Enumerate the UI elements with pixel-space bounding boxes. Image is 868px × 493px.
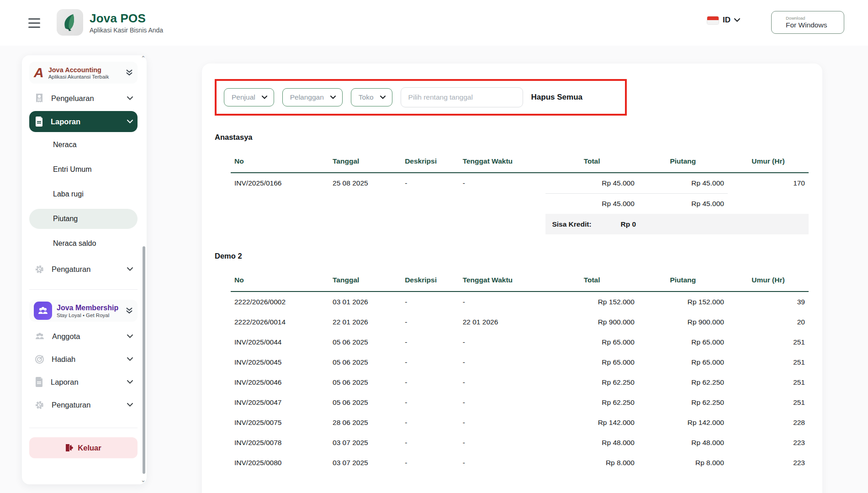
table-cell: 251 xyxy=(728,372,809,392)
table-cell: - xyxy=(401,173,459,194)
table-row: INV/2025/008003 07 2025--Rp 8.000Rp 8.00… xyxy=(231,453,809,473)
sidebar-subitem-laba-rugi[interactable]: Laba rugi xyxy=(29,184,138,204)
table-cell: 25 08 2025 xyxy=(329,173,401,194)
receivables-table-grid: NoTanggalDeskripsiTenggat WaktuTotalPiut… xyxy=(231,271,809,473)
exit-door-icon xyxy=(65,444,73,452)
customer-filter-dropdown[interactable]: Pelanggan xyxy=(282,88,343,106)
hamburger-menu-icon[interactable] xyxy=(28,16,44,30)
table-cell: - xyxy=(401,433,459,453)
table-cell: 22 01 2026 xyxy=(459,312,546,332)
column-header: Umur (Hr) xyxy=(728,271,809,292)
table-cell: Rp 45.000 xyxy=(638,173,728,194)
chevron-down-icon xyxy=(127,120,133,123)
sidebar-item-pengaturan-membership[interactable]: Pengaturan xyxy=(29,395,138,415)
sidebar-item-laporan[interactable]: Laporan xyxy=(29,111,138,132)
app-title: Jova POS xyxy=(90,11,163,26)
column-header: Deskripsi xyxy=(401,271,459,292)
sidebar-item-label: Hadiah xyxy=(52,355,120,364)
sidebar-item-laporan-membership[interactable]: Laporan xyxy=(29,372,138,392)
sidebar-divider xyxy=(29,289,138,290)
table-row: 2222/2026/000203 01 2026--Rp 152.000Rp 1… xyxy=(231,292,809,312)
sisa-kredit-row: Sisa Kredit:Rp 0 xyxy=(231,214,809,234)
double-chevron-down-icon xyxy=(126,69,133,76)
filter-annotation-box: Penjual Pelanggan Toko Hapus Semua xyxy=(215,79,627,116)
table-cell: - xyxy=(459,352,546,372)
table-cell: - xyxy=(401,352,459,372)
sisa-kredit-box: Sisa Kredit:Rp 0 xyxy=(545,214,809,234)
table-cell: 170 xyxy=(728,173,809,194)
table-cell: Rp 8.000 xyxy=(545,453,638,473)
membership-banner-title: Jova Membership xyxy=(57,304,121,312)
download-for-windows-button[interactable]: Download For Windows xyxy=(771,11,844,34)
table-cell: 39 xyxy=(728,292,809,312)
report-section: AnastasyaNoTanggalDeskripsiTenggat Waktu… xyxy=(215,133,810,234)
table-cell: Rp 65.000 xyxy=(545,352,638,372)
column-header: No xyxy=(231,271,329,292)
report-sections: AnastasyaNoTanggalDeskripsiTenggat Waktu… xyxy=(215,133,810,473)
table-cell: 251 xyxy=(728,352,809,372)
sidebar-scroll-up-icon[interactable]: ⌃ xyxy=(141,56,146,61)
store-filter-dropdown[interactable]: Toko xyxy=(351,88,392,106)
sidebar-subitem-neraca[interactable]: Neraca xyxy=(29,135,138,155)
table-cell: 228 xyxy=(728,413,809,433)
sidebar-item-pengeluaran[interactable]: Pengeluaran xyxy=(29,88,138,108)
table-cell: 05 06 2025 xyxy=(329,352,401,372)
table-cell: 28 06 2025 xyxy=(329,413,401,433)
main-content: Penjual Pelanggan Toko Hapus Semua Anast… xyxy=(202,64,822,493)
accounting-banner-subtitle: Aplikasi Akuntansi Terbaik xyxy=(48,74,121,80)
sidebar-item-label: Pengaturan xyxy=(52,265,120,274)
table-row: INV/2025/007528 06 2025--Rp 142.000Rp 14… xyxy=(231,413,809,433)
table-cell: - xyxy=(401,332,459,352)
language-selector[interactable]: ID xyxy=(707,16,740,25)
table-cell: - xyxy=(401,292,459,312)
table-cell: INV/2025/0078 xyxy=(231,433,329,453)
table-cell: Rp 65.000 xyxy=(545,332,638,352)
table-cell: - xyxy=(401,312,459,332)
app-tagline: Aplikasi Kasir Bisnis Anda xyxy=(90,27,163,34)
customer-filter-label: Pelanggan xyxy=(290,93,324,101)
chevron-down-icon xyxy=(127,380,133,384)
chevron-down-icon xyxy=(380,95,386,99)
logout-button[interactable]: Keluar xyxy=(29,437,138,458)
receipt-icon xyxy=(35,93,44,103)
table-cell: Rp 900.000 xyxy=(545,312,638,332)
report-section: Demo 2NoTanggalDeskripsiTenggat WaktuTot… xyxy=(215,252,810,473)
table-cell: INV/2025/0044 xyxy=(231,332,329,352)
table-cell: Rp 900.000 xyxy=(638,312,728,332)
table-cell xyxy=(728,194,809,214)
table-cell: Rp 8.000 xyxy=(638,453,728,473)
jova-membership-banner[interactable]: Jova Membership Stay Loyal • Get Royal xyxy=(29,300,138,322)
subtotal-row: Rp 45.000Rp 45.000 xyxy=(231,194,809,214)
sidebar-scroll-down-icon[interactable]: ⌄ xyxy=(141,478,146,482)
table-cell: - xyxy=(401,372,459,392)
indonesia-flag-icon xyxy=(707,16,719,25)
table-cell: Rp 48.000 xyxy=(638,433,728,453)
sidebar-scrollbar-thumb[interactable] xyxy=(143,246,145,474)
sidebar-subitem-entri-umum[interactable]: Entri Umum xyxy=(29,159,138,180)
table-cell: 251 xyxy=(728,392,809,413)
table-cell: 05 06 2025 xyxy=(329,392,401,413)
receivables-table-grid: NoTanggalDeskripsiTenggat WaktuTotalPiut… xyxy=(231,153,809,234)
column-header: Piutang xyxy=(638,271,728,292)
sidebar-subitem-piutang[interactable]: Piutang xyxy=(29,209,138,229)
table-cell: INV/2025/0166 xyxy=(231,173,329,194)
date-range-input[interactable] xyxy=(401,87,523,107)
table-cell: Rp 62.250 xyxy=(545,372,638,392)
chevron-down-icon xyxy=(127,267,133,271)
table-cell xyxy=(329,194,401,214)
jova-accounting-banner[interactable]: A Jova Accounting Aplikasi Akuntansi Ter… xyxy=(29,62,138,84)
sidebar-item-pengaturan-accounting[interactable]: Pengaturan xyxy=(29,259,138,279)
chevron-down-icon xyxy=(127,334,133,338)
sidebar-item-hadiah[interactable]: Hadiah xyxy=(29,349,138,369)
table-row: 2222/2026/001422 01 2026-22 01 2026Rp 90… xyxy=(231,312,809,332)
table-cell: - xyxy=(459,392,546,413)
sidebar-subitem-neraca-saldo[interactable]: Neraca saldo xyxy=(29,233,138,254)
table-row: INV/2025/004405 06 2025--Rp 65.000Rp 65.… xyxy=(231,332,809,352)
clear-all-filters-button[interactable]: Hapus Semua xyxy=(531,93,582,102)
chevron-down-icon xyxy=(734,18,740,22)
sidebar-item-anggota[interactable]: Anggota xyxy=(29,326,138,346)
table-cell: Rp 152.000 xyxy=(545,292,638,312)
table-cell: Rp 65.000 xyxy=(638,352,728,372)
chevron-down-icon xyxy=(127,96,133,100)
seller-filter-dropdown[interactable]: Penjual xyxy=(224,88,274,106)
